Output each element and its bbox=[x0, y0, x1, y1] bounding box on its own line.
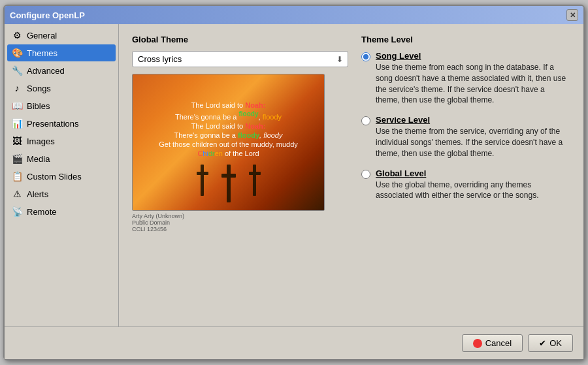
songs-icon: ♪ bbox=[11, 82, 23, 94]
radio-global-level[interactable] bbox=[361, 170, 370, 179]
title-bar: Configure OpenLP ✕ bbox=[5, 6, 583, 24]
sidebar-item-general[interactable]: ⚙General bbox=[7, 27, 116, 44]
cancel-label: Cancel bbox=[485, 338, 512, 348]
radio-desc-service-level: Use the theme from the service, overridi… bbox=[376, 126, 570, 159]
radio-desc-song-level: Use the theme from each song in the data… bbox=[376, 62, 570, 106]
cross-right bbox=[248, 165, 261, 197]
close-button[interactable]: ✕ bbox=[566, 9, 578, 21]
cross-center bbox=[221, 165, 237, 204]
cancel-button[interactable]: Cancel bbox=[462, 334, 523, 352]
themes-icon: 🎨 bbox=[11, 47, 23, 59]
sidebar-item-advanced[interactable]: 🔧Advanced bbox=[7, 62, 116, 79]
media-icon: 🎬 bbox=[11, 153, 23, 165]
theme-level-options: Song LevelUse the theme from each song i… bbox=[361, 51, 570, 201]
lyric-line-5: Get those children out of the muddy, mud… bbox=[159, 140, 298, 148]
right-panel: Theme Level Song LevelUse the theme from… bbox=[361, 35, 570, 316]
sidebar-item-presentations[interactable]: 📊Presentations bbox=[7, 115, 116, 132]
custom-slides-icon: 📋 bbox=[11, 170, 23, 182]
lyric-line-1: The Lord said to Noah: bbox=[159, 101, 298, 109]
sidebar-item-label-songs: Songs bbox=[27, 84, 51, 93]
lyrics-preview-text: The Lord said to Noah: There's gonna be … bbox=[159, 100, 298, 159]
sidebar-item-label-general: General bbox=[27, 31, 57, 40]
general-icon: ⚙ bbox=[11, 29, 23, 41]
preview-caption: Arty Arty (Unknown)Public DomainCCLI 123… bbox=[132, 213, 348, 232]
cancel-icon bbox=[473, 339, 482, 348]
bibles-icon: 📖 bbox=[11, 100, 23, 112]
radio-item-global-level: Global LevelUse the global theme, overri… bbox=[361, 168, 570, 202]
global-theme-title: Global Theme bbox=[132, 35, 348, 44]
sidebar-item-label-advanced: Advanced bbox=[27, 66, 65, 76]
lyric-line-3: The Lord said to Noah: bbox=[159, 122, 298, 130]
main-content: Global Theme Cross lyricsDefaultModern B… bbox=[119, 24, 583, 326]
sidebar-item-alerts[interactable]: ⚠Alerts bbox=[7, 185, 116, 202]
theme-preview: The Lord said to Noah: There's gonna be … bbox=[132, 74, 325, 211]
left-panel: Global Theme Cross lyricsDefaultModern B… bbox=[132, 35, 348, 316]
radio-label-song-level: Song LevelUse the theme from each song i… bbox=[376, 51, 570, 106]
lyric-line-6: Chidren of the Lord bbox=[159, 150, 298, 157]
preview-background: The Lord said to Noah: There's gonna be … bbox=[133, 74, 324, 210]
sidebar-item-label-alerts: Alerts bbox=[27, 189, 48, 199]
radio-item-song-level: Song LevelUse the theme from each song i… bbox=[361, 51, 570, 106]
presentations-icon: 📊 bbox=[11, 118, 23, 129]
cross-left bbox=[196, 165, 209, 197]
sidebar-item-label-images: Images bbox=[27, 136, 55, 146]
window-title: Configure OpenLP bbox=[10, 10, 85, 20]
sidebar-item-images[interactable]: 🖼Images bbox=[7, 133, 116, 150]
ok-button[interactable]: ✔ OK bbox=[528, 334, 573, 352]
sidebar-item-label-remote: Remote bbox=[27, 207, 57, 217]
remote-icon: 📡 bbox=[11, 206, 23, 217]
radio-service-level[interactable] bbox=[361, 116, 370, 125]
radio-song-level[interactable] bbox=[361, 52, 370, 61]
sidebar-item-custom-slides[interactable]: 📋Custom Slides bbox=[7, 168, 116, 185]
content-area: ⚙General🎨Themes🔧Advanced♪Songs📖Bibles📊Pr… bbox=[5, 24, 583, 326]
radio-label-global-level: Global LevelUse the global theme, overri… bbox=[376, 168, 570, 202]
ok-icon: ✔ bbox=[539, 338, 546, 348]
radio-item-service-level: Service LevelUse the theme from the serv… bbox=[361, 115, 570, 159]
sidebar-item-themes[interactable]: 🎨Themes bbox=[7, 44, 116, 61]
crosses-decoration bbox=[196, 165, 261, 204]
theme-level-title: Theme Level bbox=[361, 35, 570, 44]
advanced-icon: 🔧 bbox=[11, 65, 23, 76]
sidebar-item-label-custom-slides: Custom Slides bbox=[27, 172, 82, 182]
sidebar-item-remote[interactable]: 📡Remote bbox=[7, 203, 116, 220]
configure-window: Configure OpenLP ✕ ⚙General🎨Themes🔧Advan… bbox=[3, 5, 585, 360]
sidebar-item-label-media: Media bbox=[27, 154, 50, 164]
sidebar-item-songs[interactable]: ♪Songs bbox=[7, 80, 116, 97]
footer: Cancel ✔ OK bbox=[5, 326, 583, 359]
sidebar-item-media[interactable]: 🎬Media bbox=[7, 150, 116, 167]
radio-name-service-level: Service Level bbox=[376, 115, 570, 125]
theme-dropdown-container: Cross lyricsDefaultModern BlueDark Night… bbox=[132, 51, 348, 67]
radio-name-song-level: Song Level bbox=[376, 51, 570, 61]
radio-name-global-level: Global Level bbox=[376, 168, 570, 178]
radio-label-service-level: Service LevelUse the theme from the serv… bbox=[376, 115, 570, 159]
sidebar-item-label-themes: Themes bbox=[27, 48, 57, 58]
sidebar-item-bibles[interactable]: 📖Bibles bbox=[7, 97, 116, 114]
lyric-line-2: There's gonna be a floody, floody bbox=[159, 110, 298, 121]
images-icon: 🖼 bbox=[11, 135, 23, 147]
lyric-line-4: There's gonna be a floody, floody bbox=[159, 131, 298, 139]
sidebar-item-label-presentations: Presentations bbox=[27, 119, 79, 129]
alerts-icon: ⚠ bbox=[11, 188, 23, 200]
sidebar: ⚙General🎨Themes🔧Advanced♪Songs📖Bibles📊Pr… bbox=[5, 24, 119, 326]
theme-dropdown[interactable]: Cross lyricsDefaultModern BlueDark Night bbox=[132, 51, 348, 67]
ok-label: OK bbox=[549, 338, 562, 348]
sidebar-item-label-bibles: Bibles bbox=[27, 101, 50, 111]
radio-desc-global-level: Use the global theme, overriding any the… bbox=[376, 180, 570, 202]
